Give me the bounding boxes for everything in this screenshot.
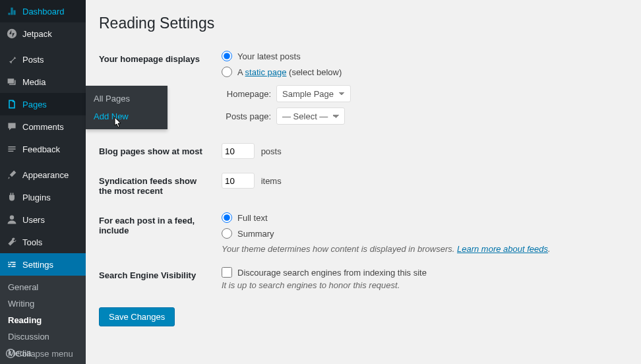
homepage-select[interactable]: Sample Page xyxy=(276,85,351,102)
blog-pages-suffix: posts xyxy=(261,146,282,156)
svg-point-0 xyxy=(7,29,16,38)
homepage-latest-radio[interactable] xyxy=(222,51,232,61)
search-engine-label: Search Engine Visibility xyxy=(99,260,215,297)
cursor-icon xyxy=(113,117,122,129)
sidebar-item-jetpack[interactable]: Jetpack xyxy=(0,22,86,45)
dashboard-icon xyxy=(5,5,18,18)
sidebar-item-label: Plugins xyxy=(22,193,51,202)
settings-form: Your homepage displays Your latest posts… xyxy=(99,44,628,297)
sidebar-item-dashboard[interactable]: Dashboard xyxy=(0,0,86,22)
submenu-writing[interactable]: Writing xyxy=(0,295,86,312)
sidebar-item-settings[interactable]: Settings xyxy=(0,253,86,276)
save-button[interactable]: Save Changes xyxy=(99,307,175,326)
sidebar-item-label: Pages xyxy=(22,100,47,109)
submenu-reading[interactable]: Reading xyxy=(0,312,86,328)
search-engine-desc: It is up to search engines to honor this… xyxy=(222,280,621,290)
syndication-input[interactable] xyxy=(222,173,255,189)
sidebar-item-label: Jetpack xyxy=(22,29,52,39)
main-content: Reading Settings Your homepage displays … xyxy=(86,0,641,364)
submenu-general[interactable]: General xyxy=(0,279,86,295)
svg-point-1 xyxy=(10,216,14,220)
search-engine-checkbox[interactable] xyxy=(222,267,232,278)
sidebar-item-label: Settings xyxy=(22,260,53,270)
svg-point-2 xyxy=(7,349,15,358)
learn-feeds-link[interactable]: Learn more about feeds xyxy=(457,244,548,254)
sidebar-item-appearance[interactable]: Appearance xyxy=(0,164,86,186)
sidebar-item-tools[interactable]: Tools xyxy=(0,231,86,253)
sidebar-item-label: Feedback xyxy=(22,144,60,154)
sidebar-item-plugins[interactable]: Plugins xyxy=(0,186,86,208)
feed-fulltext-radio[interactable] xyxy=(222,212,232,223)
tool-icon xyxy=(5,235,18,249)
syndication-label: Syndication feeds show the most recent xyxy=(99,166,215,206)
sidebar-item-label: Dashboard xyxy=(22,7,65,16)
sidebar-item-label: Comments xyxy=(22,122,64,132)
sidebar-item-label: Users xyxy=(22,215,45,225)
feed-include-label: For each post in a feed, include xyxy=(99,206,215,260)
brush-icon xyxy=(5,168,18,181)
feed-fulltext-label: Full text xyxy=(237,213,268,223)
blog-pages-label: Blog pages show at most xyxy=(99,136,215,166)
media-icon xyxy=(5,75,18,88)
feed-summary-radio[interactable] xyxy=(222,228,232,239)
sidebar-item-label: Posts xyxy=(22,55,44,65)
homepage-static-radio[interactable] xyxy=(222,67,232,77)
homepage-latest-label: Your latest posts xyxy=(237,51,301,61)
jetpack-icon xyxy=(5,27,18,40)
search-engine-checkbox-label: Discourage search engines from indexing … xyxy=(237,268,427,278)
sidebar-item-comments[interactable]: Comments xyxy=(0,115,86,138)
plugin-icon xyxy=(5,191,18,204)
page-title: Reading Settings xyxy=(99,15,628,32)
static-page-link[interactable]: static page xyxy=(245,67,287,77)
feed-desc: Your theme determines how content is dis… xyxy=(222,244,621,254)
user-icon xyxy=(5,213,18,226)
collapse-label: Collapse menu xyxy=(16,349,73,359)
homepage-select-label: Homepage: xyxy=(222,89,271,99)
collapse-menu[interactable]: Collapse menu xyxy=(0,342,86,364)
sidebar-item-pages[interactable]: Pages xyxy=(0,93,86,115)
postspage-select[interactable]: — Select — xyxy=(276,107,345,125)
sidebar-item-posts[interactable]: Posts xyxy=(0,48,86,71)
homepage-static-label: A static page (select below) xyxy=(237,67,342,77)
sidebar-item-media[interactable]: Media xyxy=(0,71,86,93)
sidebar-item-users[interactable]: Users xyxy=(0,208,86,231)
admin-sidebar: Dashboard Jetpack Posts Media Pages Comm… xyxy=(0,0,86,364)
sidebar-item-label: Media xyxy=(22,77,46,87)
settings-icon xyxy=(5,258,18,271)
comment-icon xyxy=(5,120,18,133)
syndication-suffix: items xyxy=(261,176,282,186)
blog-pages-input[interactable] xyxy=(222,143,255,159)
sidebar-item-label: Tools xyxy=(22,237,42,247)
page-icon xyxy=(5,98,18,111)
postspage-select-label: Posts page: xyxy=(222,111,271,121)
pin-icon xyxy=(5,53,18,66)
collapse-icon xyxy=(5,348,16,359)
sidebar-item-label: Appearance xyxy=(22,170,69,180)
feedback-icon xyxy=(5,142,18,156)
sidebar-item-feedback[interactable]: Feedback xyxy=(0,138,86,160)
feed-summary-label: Summary xyxy=(237,229,274,239)
